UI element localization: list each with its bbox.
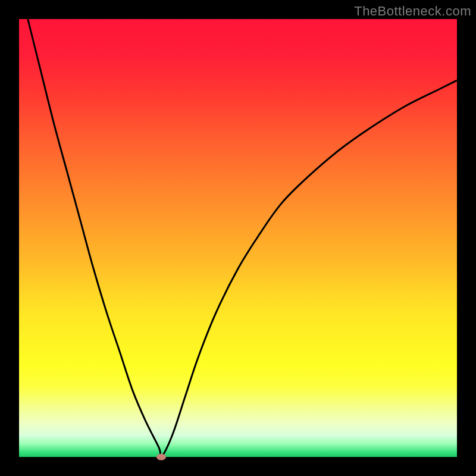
bottleneck-curve-path [28,19,457,457]
plot-area [19,19,457,457]
minimum-marker [156,454,166,461]
curve-svg [19,19,457,457]
watermark-text: TheBottleneck.com [354,4,471,19]
chart-frame: TheBottleneck.com [0,0,476,476]
